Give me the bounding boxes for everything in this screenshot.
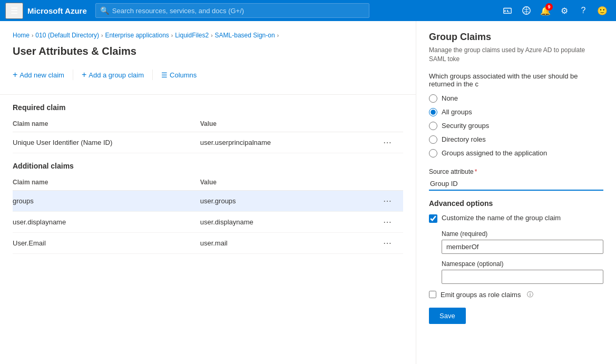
toolbar: + Add new claim + Add a group claim ☰ Co… [13,68,403,86]
search-icon: 🔍 [100,6,109,15]
namespace-field: Namespace (optional) [442,260,603,284]
radio-item-none: None [429,94,603,103]
breadcrumb: Home › 010 (Default Directory) › Enterpr… [13,32,403,39]
columns-button[interactable]: ☰ Columns [161,69,197,81]
additional-claims-section: Additional claims Claim name Value group… [13,162,403,254]
radio-all_groups[interactable] [429,108,437,116]
add-group-claim-button[interactable]: + Add a group claim [82,68,144,82]
radio-directory_roles[interactable] [429,135,437,144]
advanced-options-title: Advanced options [429,199,603,208]
table-row[interactable]: User.Email user.mail ⋯ [13,233,403,254]
radio-label-security_groups[interactable]: Security groups [442,122,489,130]
search-input[interactable] [112,7,365,15]
add-icon: + [13,70,17,80]
claim-value-cell: user.groups [200,191,372,212]
breadcrumb-enterprise[interactable]: Enterprise applications [105,32,169,39]
breadcrumb-sep-3: › [171,33,173,38]
breadcrumb-sep-4: › [211,33,212,38]
customize-name-label[interactable]: Customize the name of the group claim [442,214,561,222]
required-col-value: Value [200,116,372,132]
required-claims-table: Claim name Value Unique User Identifier … [13,116,403,153]
customize-name-checkbox[interactable] [429,214,437,223]
emit-role-checkbox-item: Emit groups as role claims ⓘ [429,290,603,299]
app-title: Microsoft Azure [27,6,87,15]
row-actions-cell: ⋯ [372,191,403,212]
toolbar-divider-1 [73,70,73,80]
top-navigation: ☰ Microsoft Azure 🔍 🔔 9 ⚙ ? 🙂 [0,0,616,21]
radio-label-all_groups[interactable]: All groups [442,108,472,116]
radio-item-directory_roles: Directory roles [429,135,603,144]
notification-badge: 9 [545,3,553,11]
directory-button[interactable] [518,2,535,19]
row-actions-cell: ⋯ [372,132,403,153]
radio-item-security_groups: Security groups [429,122,603,130]
radio-label-none[interactable]: None [442,94,458,102]
radio-label-groups_assigned[interactable]: Groups assigned to the application [442,149,547,157]
source-attribute-field: Source attribute* [429,168,603,191]
nav-icons: 🔔 9 ⚙ ? 🙂 [499,2,611,19]
radio-item-groups_assigned: Groups assigned to the application [429,149,603,158]
claim-value-cell: user.mail [200,233,372,254]
group-type-radio-group: None All groups Security groups Director… [429,94,603,158]
table-row[interactable]: user.displayname user.displayname ⋯ [13,212,403,233]
row-actions-button[interactable]: ⋯ [379,136,397,149]
table-row[interactable]: groups user.groups ⋯ [13,191,403,212]
page-title: User Attributes & Claims [13,45,403,57]
save-button[interactable]: Save [429,308,466,324]
radio-label-directory_roles[interactable]: Directory roles [442,135,486,143]
source-attribute-label: Source attribute* [429,168,603,175]
additional-col-name: Claim name [13,174,200,191]
search-bar: 🔍 [95,3,369,18]
breadcrumb-saml[interactable]: SAML-based Sign-on [215,32,275,39]
row-actions-button[interactable]: ⋯ [379,237,397,250]
customize-name-checkbox-item: Customize the name of the group claim [429,214,603,223]
main-panel: Home › 010 (Default Directory) › Enterpr… [0,21,416,364]
emit-role-label[interactable]: Emit groups as role claims [441,291,521,299]
additional-col-value: Value [200,174,372,191]
namespace-input[interactable] [442,270,603,284]
account-button[interactable]: 🙂 [594,2,611,19]
source-attribute-input[interactable] [429,178,603,191]
cloud-shell-button[interactable] [499,2,516,19]
breadcrumb-directory[interactable]: 010 (Default Directory) [35,32,99,39]
claim-name-label: Name (required) [442,230,603,238]
claim-name-cell: Unique User Identifier (Name ID) [13,132,200,153]
table-row[interactable]: Unique User Identifier (Name ID) user.us… [13,132,403,153]
row-actions-cell: ⋯ [372,212,403,233]
add-new-claim-button[interactable]: + Add new claim [13,68,64,82]
columns-icon: ☰ [161,71,168,79]
row-actions-button[interactable]: ⋯ [379,215,397,229]
breadcrumb-sep-2: › [101,33,103,38]
main-divider [0,94,416,95]
breadcrumb-sep-5: › [277,33,279,38]
settings-button[interactable]: ⚙ [556,2,573,19]
panel-title: Group Claims [429,32,603,43]
additional-col-actions [372,174,403,191]
breadcrumb-home[interactable]: Home [13,32,30,39]
required-col-name: Claim name [13,116,200,132]
claim-name-cell: groups [13,191,200,212]
additional-section-title: Additional claims [13,162,403,170]
radio-groups_assigned[interactable] [429,149,437,158]
claim-value-cell: user.displayname [200,212,372,233]
radio-security_groups[interactable] [429,122,437,130]
group-claims-panel: Group Claims Manage the group claims use… [416,21,616,364]
claim-value-cell: user.userprincipalname [200,132,372,153]
emit-role-checkbox[interactable] [429,291,436,298]
toolbar-divider-2 [152,70,153,80]
claim-name-input[interactable] [442,240,603,254]
breadcrumb-app[interactable]: LiquidFiles2 [175,32,209,39]
required-claims-section: Required claim Claim name Value Unique U… [13,103,403,153]
main-layout: Home › 010 (Default Directory) › Enterpr… [0,21,616,364]
additional-claims-table: Claim name Value groups user.groups ⋯ us… [13,174,403,254]
panel-subtitle: Manage the group claims used by Azure AD… [429,46,603,64]
radio-none[interactable] [429,94,437,103]
radio-item-all_groups: All groups [429,108,603,116]
info-icon[interactable]: ⓘ [527,290,533,299]
claim-name-cell: User.Email [13,233,200,254]
row-actions-cell: ⋯ [372,233,403,254]
notifications-button[interactable]: 🔔 9 [537,2,554,19]
help-button[interactable]: ? [575,2,592,19]
hamburger-menu[interactable]: ☰ [5,3,23,19]
row-actions-button[interactable]: ⋯ [379,194,397,208]
